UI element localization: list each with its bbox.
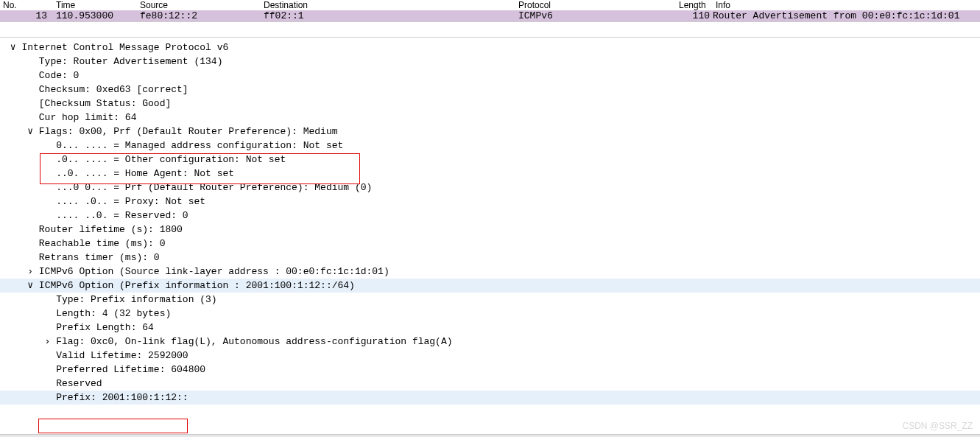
retrans-label: Retrans timer (ms): 0 bbox=[39, 252, 160, 263]
col-header-source[interactable]: Source bbox=[137, 0, 261, 10]
tree-pi-valid[interactable]: Valid Lifetime: 2592000 bbox=[0, 349, 980, 363]
tree-pi-prefix[interactable]: Prefix: 2001:100:1:12:: bbox=[0, 391, 980, 405]
cell-destination: ff02::1 bbox=[261, 10, 515, 21]
pi-prefix-label: Prefix: 2001:100:1:12:: bbox=[56, 392, 188, 403]
tree-checksum[interactable]: Checksum: 0xed63 [correct] bbox=[0, 83, 980, 97]
tree-opt-prefix[interactable]: ∨ ICMPv6 Option (Prefix information : 20… bbox=[0, 279, 980, 293]
tree-flags[interactable]: ∨ Flags: 0x00, Prf (Default Router Prefe… bbox=[0, 125, 980, 139]
col-header-protocol[interactable]: Protocol bbox=[515, 0, 676, 10]
flag-h-label: ..0. .... = Home Agent: Not set bbox=[56, 168, 234, 179]
tree-opt-slla[interactable]: › ICMPv6 Option (Source link-layer addre… bbox=[0, 265, 980, 279]
cell-protocol: ICMPv6 bbox=[515, 10, 676, 21]
pi-plen-label: Prefix Length: 64 bbox=[56, 322, 154, 333]
pi-pref-label: Preferred Lifetime: 604800 bbox=[56, 364, 205, 375]
tree-router-lifetime[interactable]: Router lifetime (s): 1800 bbox=[0, 223, 980, 237]
bottom-border bbox=[0, 434, 980, 437]
pane-divider[interactable] bbox=[0, 21, 980, 38]
flags-label: Flags: 0x00, Prf (Default Router Prefere… bbox=[39, 126, 338, 137]
tree-icmpv6[interactable]: ∨ Internet Control Message Protocol v6 bbox=[0, 41, 980, 55]
tree-cur-hop[interactable]: Cur hop limit: 64 bbox=[0, 111, 980, 125]
tree-pi-plen[interactable]: Prefix Length: 64 bbox=[0, 321, 980, 335]
type-label: Type: Router Advertisement (134) bbox=[39, 56, 223, 67]
tree-retrans[interactable]: Retrans timer (ms): 0 bbox=[0, 251, 980, 265]
flag-r-label: .... ..0. = Reserved: 0 bbox=[56, 210, 188, 221]
tree-code[interactable]: Code: 0 bbox=[0, 69, 980, 83]
tree-reachable[interactable]: Reachable time (ms): 0 bbox=[0, 237, 980, 251]
icmpv6-label: Internet Control Message Protocol v6 bbox=[21, 42, 228, 53]
tree-flag-p[interactable]: .... .0.. = Proxy: Not set bbox=[0, 195, 980, 209]
router-life-label: Router lifetime (s): 1800 bbox=[39, 224, 183, 235]
tree-flag-h[interactable]: ..0. .... = Home Agent: Not set bbox=[0, 167, 980, 181]
col-header-destination[interactable]: Destination bbox=[261, 0, 515, 10]
cell-source: fe80:12::2 bbox=[137, 10, 261, 21]
col-header-info[interactable]: Info bbox=[713, 0, 980, 10]
col-header-time[interactable]: Time bbox=[53, 0, 137, 10]
opt-prefix-label: ICMPv6 Option (Prefix information : 2001… bbox=[39, 280, 355, 291]
col-header-length[interactable]: Length bbox=[676, 0, 713, 10]
tree-flag-m[interactable]: 0... .... = Managed address configuratio… bbox=[0, 139, 980, 153]
pi-res-label: Reserved bbox=[56, 378, 102, 389]
reachable-label: Reachable time (ms): 0 bbox=[39, 238, 166, 249]
packet-list-header-row[interactable]: No. Time Source Destination Protocol Len… bbox=[0, 0, 980, 10]
flag-m-label: 0... .... = Managed address configuratio… bbox=[56, 140, 343, 151]
packet-details-tree: ∨ Internet Control Message Protocol v6 T… bbox=[0, 38, 980, 405]
packet-row[interactable]: 13 110.953000 fe80:12::2 ff02::1 ICMPv6 … bbox=[0, 10, 980, 21]
tree-flag-o[interactable]: .0.. .... = Other configuration: Not set bbox=[0, 153, 980, 167]
col-header-no[interactable]: No. bbox=[0, 0, 53, 10]
cell-length: 110 bbox=[676, 10, 713, 21]
tree-type[interactable]: Type: Router Advertisement (134) bbox=[0, 55, 980, 69]
flag-prf-label: ...0 0... = Prf (Default Router Preferen… bbox=[56, 182, 372, 193]
watermark: CSDN @SSR_ZZ bbox=[902, 421, 973, 431]
tree-pi-res[interactable]: Reserved bbox=[0, 377, 980, 391]
checksum-status-label: [Checksum Status: Good] bbox=[39, 98, 171, 109]
pi-valid-label: Valid Lifetime: 2592000 bbox=[56, 350, 188, 361]
checksum-label: Checksum: 0xed63 [correct] bbox=[39, 84, 188, 95]
code-label: Code: 0 bbox=[39, 70, 80, 81]
tree-pi-type[interactable]: Type: Prefix information (3) bbox=[0, 293, 980, 307]
tree-pi-flag[interactable]: › Flag: 0xc0, On-link flag(L), Autonomou… bbox=[0, 335, 980, 349]
tree-flag-r[interactable]: .... ..0. = Reserved: 0 bbox=[0, 209, 980, 223]
flag-o-label: .0.. .... = Other configuration: Not set bbox=[56, 154, 286, 165]
tree-checksum-status[interactable]: [Checksum Status: Good] bbox=[0, 97, 980, 111]
tree-pi-pref[interactable]: Preferred Lifetime: 604800 bbox=[0, 363, 980, 377]
cell-info: Router Advertisement from 00:e0:fc:1c:1d… bbox=[713, 10, 980, 21]
opt-slla-label: ICMPv6 Option (Source link-layer address… bbox=[39, 266, 389, 277]
tree-pi-len[interactable]: Length: 4 (32 bytes) bbox=[0, 307, 980, 321]
pi-type-label: Type: Prefix information (3) bbox=[56, 294, 216, 305]
curhop-label: Cur hop limit: 64 bbox=[39, 112, 137, 123]
pi-flag-label: Flag: 0xc0, On-link flag(L), Autonomous … bbox=[56, 336, 452, 347]
pi-len-label: Length: 4 (32 bytes) bbox=[56, 308, 171, 319]
annotation-box-prefix bbox=[38, 419, 188, 433]
tree-flag-prf[interactable]: ...0 0... = Prf (Default Router Preferen… bbox=[0, 181, 980, 195]
cell-time: 110.953000 bbox=[53, 10, 137, 21]
flag-p-label: .... .0.. = Proxy: Not set bbox=[56, 196, 205, 207]
packet-list-table: No. Time Source Destination Protocol Len… bbox=[0, 0, 980, 21]
cell-no: 13 bbox=[0, 10, 53, 21]
